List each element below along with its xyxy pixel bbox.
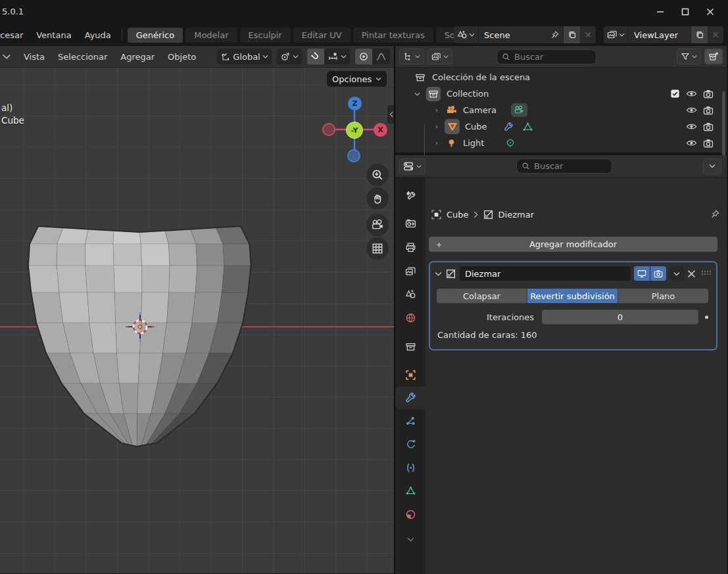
snap-toggle[interactable] [307,49,324,64]
viewlayer-name[interactable]: ViewLayer [629,30,691,40]
outliner-filter-dropdown[interactable] [677,49,701,64]
viewlayer-browse-button[interactable] [604,26,629,43]
workspace-tab-esculpir[interactable]: Esculpir [240,28,291,43]
close-button[interactable] [698,3,723,21]
proportional-edit-toggle[interactable] [355,49,372,64]
menu-help[interactable]: Ayuda [78,28,118,43]
scene-unlink-button[interactable]: ✕ [580,26,596,43]
light-data-icon[interactable] [505,138,516,149]
properties-options-dropdown[interactable] [703,158,721,174]
gizmo-axis-x[interactable]: X [374,123,387,137]
maximize-button[interactable] [673,3,698,21]
outliner-row-collection[interactable]: Collection [395,85,721,102]
tab-collection[interactable] [395,336,425,357]
tab-particles[interactable] [395,410,425,431]
eye-icon[interactable] [686,106,697,114]
animate-decorator-dot[interactable] [705,316,708,319]
iterations-value-field[interactable]: 0 [542,310,698,324]
outliner-filter-id-dropdown[interactable] [427,49,452,64]
expand-chevron-icon[interactable]: › [433,106,441,114]
expand-chevron-icon[interactable]: › [433,139,441,147]
scene-name[interactable]: Scene [479,30,550,40]
tab-modifiers[interactable] [395,387,425,409]
pin-icon[interactable] [550,30,560,40]
tab-strip-overflow-chevron[interactable] [395,529,425,550]
ortho-toggle-button[interactable] [366,237,389,260]
expand-chevron-icon[interactable]: › [433,122,441,131]
realtime-display-toggle[interactable] [634,266,650,281]
tab-output[interactable] [395,237,425,258]
eye-icon[interactable] [686,89,697,98]
tab-world[interactable] [395,307,425,328]
properties-editor-type-dropdown[interactable] [399,158,425,174]
add-modifier-button[interactable]: ＋ Agregar modificador [429,237,717,252]
camera-data-badge[interactable] [511,103,527,117]
modifier-wrench-icon[interactable] [503,122,514,132]
viewport-menu-agregar[interactable]: Agregar [114,49,161,64]
render-visibility-camera-icon[interactable] [703,122,714,132]
gizmo-axis-z-neg[interactable] [347,149,360,162]
scene-copy-button[interactable] [563,26,580,43]
zoom-button[interactable] [366,164,389,186]
render-visibility-camera-icon[interactable] [703,139,714,148]
properties-search[interactable] [516,158,612,174]
options-dropdown[interactable]: Opciones [327,71,387,87]
collapse-chevron-icon[interactable] [413,89,421,98]
tab-physics[interactable] [395,433,425,454]
eye-icon[interactable] [686,122,697,131]
mode-plano[interactable]: Plano [618,289,708,303]
viewport-menu-objeto[interactable]: Objeto [161,49,203,64]
menu-render[interactable]: cesar [0,28,30,43]
workspace-tab-pintar-texturas[interactable]: Pintar texturas [353,28,433,43]
viewlayer-copy-button[interactable] [691,26,708,43]
render-display-toggle[interactable] [650,266,666,281]
breadcrumb-object[interactable]: Cube [447,210,469,220]
remove-modifier-icon[interactable] [687,270,696,278]
render-visibility-camera-icon[interactable] [703,89,714,99]
menu-window[interactable]: Ventana [30,28,78,43]
modifier-name-field[interactable]: Diezmar [460,266,631,281]
viewport-canvas[interactable]: al) Cube Opciones Z X -Y [0,68,394,573]
panel-collapse-chevron-icon[interactable] [435,272,442,276]
gizmo-axis-y-neg[interactable]: -Y [346,122,363,139]
new-collection-button[interactable] [704,49,723,64]
workspace-tab-editar-uv[interactable]: Editar UV [293,28,351,43]
mode-revertir-subdivision[interactable]: Revertir subdivisión [527,289,618,303]
camera-view-button[interactable] [366,214,389,236]
tab-tool[interactable] [395,185,425,206]
snap-settings-dropdown[interactable] [324,49,350,64]
mode-colapsar[interactable]: Colapsar [437,289,527,303]
tab-material[interactable] [395,504,425,525]
mesh-data-icon[interactable] [522,122,533,132]
proportional-falloff-dropdown[interactable] [372,49,390,64]
properties-search-input[interactable] [534,161,600,171]
tab-constraints[interactable] [395,457,425,478]
outliner-row-cube[interactable]: › Cube [395,118,721,135]
outliner-row-light[interactable]: › Light [395,135,721,151]
outliner-search[interactable] [497,49,596,64]
pin-icon[interactable] [710,209,720,220]
tab-scene[interactable] [395,283,425,304]
pivot-point-dropdown[interactable] [277,49,302,64]
tab-render[interactable] [395,212,425,233]
gizmo-axis-z[interactable]: Z [348,97,362,110]
outliner-search-input[interactable] [514,52,580,62]
tab-object-data[interactable] [395,480,425,501]
checkbox-checked-icon[interactable] [670,89,680,99]
gizmo-axis-x-neg[interactable] [322,123,335,136]
outliner-display-mode-dropdown[interactable] [399,49,424,64]
breadcrumb-modifier[interactable]: Diezmar [498,210,534,220]
render-visibility-camera-icon[interactable] [703,106,714,115]
eye-icon[interactable] [686,139,697,147]
viewport-menu-vista[interactable]: Vista [17,49,51,64]
editor-type-chevron-icon[interactable] [1,54,12,59]
workspace-tab-modelar[interactable]: Modelar [185,28,237,43]
drag-handle[interactable] [702,271,712,276]
viewport-menu-seleccionar[interactable]: Seleccionar [51,49,114,64]
modifier-extras-dropdown[interactable] [669,266,684,281]
tab-object[interactable] [395,364,425,385]
workspace-tab-generico[interactable]: Genérico [128,28,183,43]
viewlayer-remove-button[interactable]: ✕ [708,26,723,43]
pan-button[interactable] [366,187,389,210]
outliner-row-scene-collection[interactable]: Colección de la escena [395,69,721,85]
